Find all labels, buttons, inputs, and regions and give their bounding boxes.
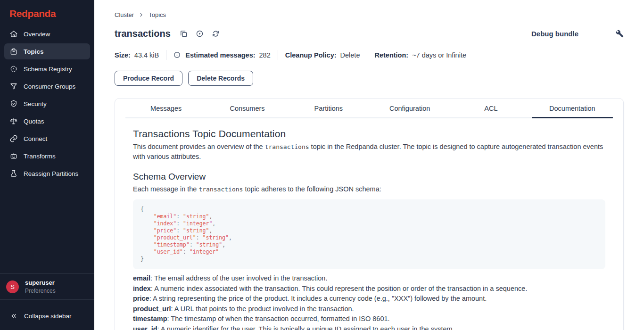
inline-code: transactions [265,143,309,150]
sidebar-item-consumer-groups[interactable]: Consumer Groups [4,78,90,94]
sidebar-item-label: Quotas [24,118,44,125]
tab-messages[interactable]: Messages [125,99,206,117]
field-timestamp: timestamp: The timestamp of when the tra… [133,314,605,324]
tab-configuration[interactable]: Configuration [369,99,450,117]
avatar: S [6,280,19,293]
sidebar-item-label: Schema Registry [24,66,72,73]
link-icon [9,134,18,143]
divider [278,50,278,60]
sidebar-item-label: Connect [24,135,47,142]
sidebar-item-schema-registry[interactable]: Schema Registry [4,61,90,77]
scales-icon [9,117,18,125]
doc-intro-paragraph: This document provides an overview of th… [133,142,605,162]
info-icon[interactable] [173,51,181,58]
documentation-panel: Transactions Topic Documentation This do… [115,118,623,330]
breadcrumb-cluster[interactable]: Cluster [115,11,134,18]
stat-estimated-messages: Estimated messages: 282 [173,51,271,59]
schema-overview-heading: Schema Overview [133,172,605,182]
robot-icon [9,152,18,160]
sidebar-item-reassign-partitions[interactable]: Reassign Partitions [4,165,90,182]
inline-code: transactions [198,186,243,193]
wrench-icon[interactable] [616,30,624,38]
doc-title: Transactions Topic Documentation [133,128,605,140]
divider [166,50,166,60]
topics-box-icon [9,47,18,56]
home-icon [9,30,18,38]
user-block[interactable]: S superuser Preferences [0,274,94,299]
debug-bundle-button[interactable]: Debug bundle [531,30,578,38]
flask-icon [9,169,18,178]
schema-paragraph: Each message in the transactions topic a… [133,184,605,194]
sidebar-item-security[interactable]: Security [4,96,90,112]
sidebar-item-label: Reassign Partitions [24,170,78,177]
copy-icon[interactable] [180,30,188,38]
sidebar-item-label: Transforms [24,153,56,160]
funnel-icon [9,82,18,91]
preferences-link[interactable]: Preferences [25,288,56,294]
sidebar-nav: Overview Topics Schema Registry Consumer… [0,25,94,184]
field-user-id: user_id: A numeric identifier for the us… [133,324,605,330]
sidebar-item-topics[interactable]: Topics [4,43,90,59]
sidebar: Redpanda Overview Topics Schema Registry… [0,0,94,330]
main-content: Cluster Topics transactions Debug bundle [94,0,644,330]
breadcrumb-topics[interactable]: Topics [149,11,166,18]
collapse-sidebar-label: Collapse sidebar [24,313,72,320]
topic-stats: Size: 43.4 kiB Estimated messages: 282 C… [115,50,624,60]
produce-record-button[interactable]: Produce Record [115,71,182,86]
shield-check-icon [9,99,18,108]
tab-bar: Messages Consumers Partitions Configurat… [125,99,613,118]
chevrons-left-icon [10,312,17,320]
field-index: index: A numeric index associated with t… [133,284,605,294]
page-title: transactions [115,28,171,39]
divider [367,50,367,60]
sidebar-item-overview[interactable]: Overview [4,26,90,42]
field-price: price: A string representing the price o… [133,294,605,304]
json-schema-code-block: { "email": "string", "index": "integer",… [133,199,605,269]
sidebar-item-label: Security [24,100,47,107]
field-product-url: product_url: A URL that points to the pr… [133,304,605,314]
action-buttons: Produce Record Delete Records [115,71,624,86]
tab-partitions[interactable]: Partitions [288,99,369,117]
stat-cleanup-policy: Cleanup Policy: Delete [285,51,360,59]
play-circle-icon[interactable] [196,30,204,38]
stat-size: Size: 43.4 kiB [115,51,159,59]
schema-registry-icon [9,65,18,73]
field-email: email: The email address of the user inv… [133,273,605,284]
sidebar-item-label: Consumer Groups [24,83,75,90]
redpanda-logo: Redpanda [0,0,94,25]
sidebar-item-label: Overview [24,31,50,38]
tab-acl[interactable]: ACL [450,99,531,117]
tab-documentation[interactable]: Documentation [532,99,613,117]
sidebar-item-transforms[interactable]: Transforms [4,148,90,164]
user-name: superuser [25,279,56,286]
collapse-sidebar-button[interactable]: Collapse sidebar [0,300,94,330]
delete-records-button[interactable]: Delete Records [188,71,253,86]
sidebar-item-quotas[interactable]: Quotas [4,113,90,129]
title-row: transactions Debug bundle [115,28,624,39]
stat-retention: Retention: ~7 days or Infinite [374,51,466,59]
tab-consumers[interactable]: Consumers [206,99,288,117]
field-descriptions: email: The email address of the user inv… [133,273,605,330]
sidebar-item-label: Topics [24,48,44,55]
chevron-right-icon [138,12,144,18]
sidebar-bottom: S superuser Preferences Collapse sidebar [0,273,94,330]
refresh-icon[interactable] [212,30,220,38]
sidebar-item-connect[interactable]: Connect [4,131,90,147]
breadcrumb: Cluster Topics [115,11,624,18]
topic-detail-card: Messages Consumers Partitions Configurat… [115,98,624,330]
